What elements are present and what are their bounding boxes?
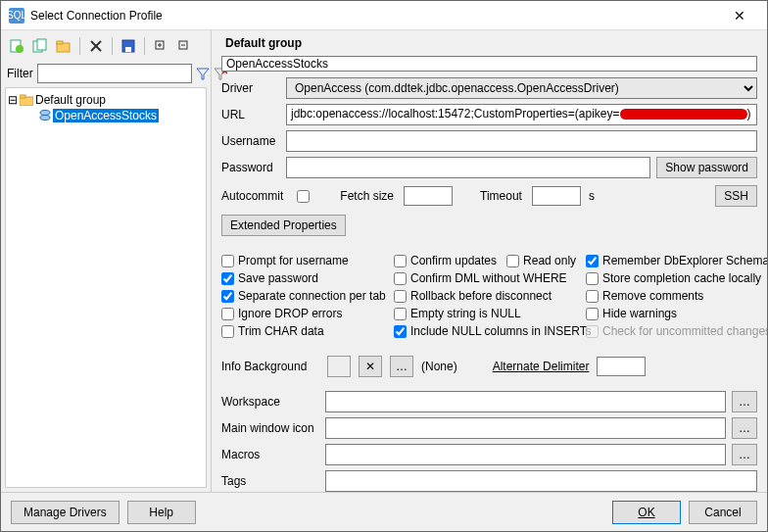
folder-icon [20, 94, 33, 106]
remember-dbexplorer-check[interactable]: Remember DbExplorer Schema [586, 254, 767, 267]
svg-rect-5 [57, 41, 63, 44]
username-label: Username [221, 134, 280, 148]
window-title: Select Connection Profile [30, 9, 720, 23]
tree-profile-label: OpenAccessStocks [53, 109, 159, 122]
main-icon-input[interactable] [325, 417, 726, 439]
timeout-label: Timeout [480, 189, 522, 203]
tree-toggle-icon[interactable]: ⊟ [8, 93, 18, 107]
tree-root-label: Default group [35, 93, 106, 107]
svg-marker-15 [197, 69, 209, 79]
profile-icon [39, 110, 51, 121]
fetch-size-input[interactable] [404, 186, 453, 206]
autocommit-label: Autocommit [221, 189, 283, 203]
macros-browse-button[interactable]: … [732, 444, 757, 465]
profile-name-input[interactable] [221, 56, 757, 72]
titlebar: SQL Select Connection Profile ✕ [1, 1, 767, 30]
empty-null-check[interactable]: Empty string is NULL [394, 307, 580, 320]
password-input[interactable] [286, 157, 650, 178]
confirm-updates-check[interactable]: Confirm updates [394, 254, 497, 267]
profile-tree[interactable]: ⊟ Default group OpenAccessStocks [5, 87, 207, 488]
include-null-check[interactable]: Include NULL columns in INSERTs [394, 324, 580, 338]
store-cache-check[interactable]: Store completion cache locally [586, 271, 767, 285]
ssh-button[interactable]: SSH [715, 185, 757, 207]
connection-options-row: Autocommit Fetch size Timeout s SSH Exte… [221, 185, 757, 236]
main-icon-browse-button[interactable]: … [732, 417, 757, 439]
macros-input[interactable] [325, 444, 726, 465]
save-password-check[interactable]: Save password [221, 271, 388, 285]
tags-label: Tags [221, 474, 319, 488]
toolbar-separator [79, 37, 80, 55]
username-row: Username [221, 130, 757, 152]
app-icon: SQL [9, 8, 24, 24]
close-icon[interactable]: ✕ [720, 8, 759, 24]
driver-label: Driver [221, 81, 280, 95]
toolbar-separator [144, 37, 145, 55]
options-grid: Prompt for username Confirm updates Read… [221, 254, 757, 338]
collapse-all-icon[interactable] [174, 36, 194, 56]
driver-select[interactable]: OpenAccess (com.ddtek.jdbc.openaccess.Op… [286, 77, 757, 99]
filter-row: Filter [5, 62, 207, 87]
hide-warnings-check[interactable]: Hide warnings [586, 307, 767, 320]
macros-label: Macros [221, 448, 319, 461]
pick-color-button[interactable]: … [390, 356, 413, 377]
filter-label: Filter [7, 67, 33, 80]
alt-delim-input[interactable] [597, 357, 646, 376]
clear-color-button[interactable]: ✕ [359, 356, 382, 377]
confirm-dml-check[interactable]: Confirm DML without WHERE [394, 271, 580, 285]
driver-row: Driver OpenAccess (com.ddtek.jdbc.openac… [221, 77, 757, 99]
svg-rect-9 [125, 47, 131, 52]
redacted-apikey [620, 109, 747, 120]
save-icon[interactable] [119, 36, 138, 56]
info-bg-label: Info Background [221, 360, 319, 373]
remove-comments-check[interactable]: Remove comments [586, 289, 767, 303]
macros-row: Macros … [221, 444, 757, 465]
fetch-size-label: Fetch size [340, 189, 394, 203]
svg-rect-3 [37, 39, 46, 50]
extended-properties-button[interactable]: Extended Properties [221, 215, 346, 236]
workspace-browse-button[interactable]: … [732, 391, 757, 412]
new-folder-icon[interactable] [54, 36, 73, 56]
url-input[interactable]: jdbc:openaccess://localhost:15472;Custom… [286, 104, 757, 125]
manage-drivers-button[interactable]: Manage Drivers [11, 501, 120, 524]
left-panel: Filter ⊟ Default group OpenAccessStocks [1, 30, 212, 492]
main-icon-row: Main window icon … [221, 417, 757, 439]
check-uncommitted-check: Check for uncommitted changes [586, 324, 767, 338]
delete-icon[interactable] [86, 36, 106, 56]
rollback-disconnect-check[interactable]: Rollback before disconnect [394, 289, 580, 303]
cancel-button[interactable]: Cancel [689, 501, 757, 524]
tags-input[interactable] [325, 470, 757, 492]
dialog-window: SQL Select Connection Profile ✕ Filter [0, 0, 768, 532]
help-button[interactable]: Help [127, 501, 196, 524]
ignore-drop-check[interactable]: Ignore DROP errors [221, 307, 388, 320]
right-panel: Default group Driver OpenAccess (com.ddt… [212, 30, 767, 492]
tags-row: Tags [221, 470, 757, 492]
ok-button[interactable]: OK [612, 501, 681, 524]
workspace-input[interactable] [325, 391, 726, 412]
trim-char-check[interactable]: Trim CHAR data [221, 324, 388, 338]
password-row: Password Show password [221, 157, 757, 178]
url-row: URL jdbc:openaccess://localhost:15472;Cu… [221, 104, 757, 125]
profile-toolbar [5, 34, 207, 62]
autocommit-checkbox[interactable] [297, 190, 310, 203]
workspace-label: Workspace [221, 395, 319, 409]
filter-funnel-icon[interactable] [196, 65, 210, 82]
dialog-body: Filter ⊟ Default group OpenAccessStocks … [1, 30, 767, 492]
svg-point-1 [16, 45, 24, 53]
alt-delim-label: Alternate Delimiter [493, 360, 590, 373]
prompt-username-check[interactable]: Prompt for username [221, 254, 388, 267]
tree-profile-item[interactable]: OpenAccessStocks [39, 108, 204, 123]
timeout-unit: s [589, 189, 595, 203]
tree-root[interactable]: ⊟ Default group [8, 92, 204, 108]
copy-profile-icon[interactable] [30, 36, 50, 56]
separate-conn-check[interactable]: Separate connection per tab [221, 289, 388, 303]
workspace-row: Workspace … [221, 391, 757, 412]
new-profile-icon[interactable] [7, 36, 26, 56]
color-swatch [327, 356, 351, 377]
info-background-row: Info Background ✕ … (None) Alternate Del… [221, 356, 757, 377]
show-password-button[interactable]: Show password [656, 157, 757, 178]
filter-input[interactable] [37, 64, 192, 83]
username-input[interactable] [286, 130, 757, 152]
read-only-check[interactable]: Read only [506, 254, 576, 267]
timeout-input[interactable] [532, 186, 581, 206]
expand-all-icon[interactable] [151, 36, 170, 56]
